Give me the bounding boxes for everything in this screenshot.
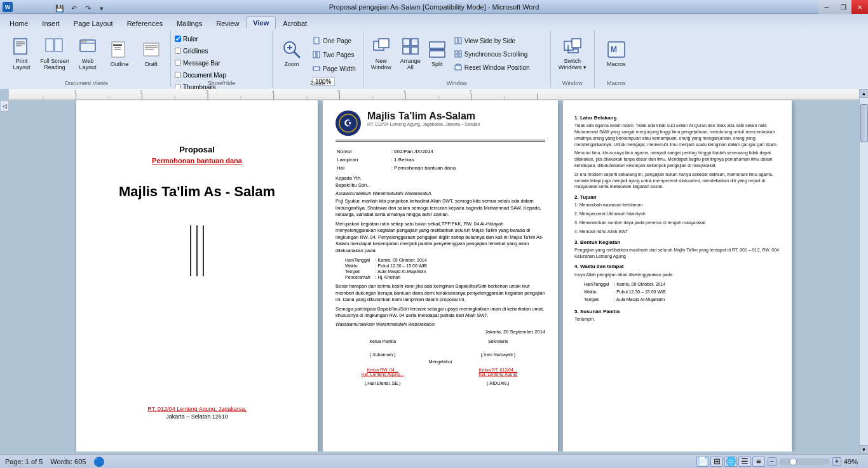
svg-text:5: 5	[337, 90, 340, 95]
ruler-inner: 1 2 3 4 5 6 7	[10, 89, 867, 100]
salam-close: Wassalamu'alaikum Warahmatullahi Wabarak…	[336, 322, 545, 326]
tab-page-layout[interactable]: Page Layout	[67, 17, 120, 29]
one-page-label: One Page	[323, 37, 351, 44]
letterhead-header: ☪ Majlis Ta'lim As-Salam RT. 012/04 Lent…	[336, 110, 545, 142]
close-button[interactable]: ✕	[851, 0, 868, 14]
group-zoom: Zoom One Page Two	[273, 30, 363, 88]
letter-page: ☪ Majlis Ta'lim As-Salam RT. 012/04 Lent…	[323, 100, 558, 451]
cover-page: Proposal Permohonan bantuan dana Majlis …	[76, 100, 318, 451]
lh-subtitle: RT. 012/04 Lenteng Agung, Jagakarsa, Jak…	[367, 122, 545, 126]
section4-title: Waktu dan tempat	[580, 264, 624, 269]
svg-rect-26	[313, 67, 320, 70]
switch-windows-label: SwitchWindows ▾	[559, 58, 587, 70]
zoom-increase-button[interactable]: +	[832, 457, 841, 466]
section5-text: Terlampiri.	[574, 316, 780, 323]
tab-references[interactable]: References	[120, 17, 170, 29]
macros-button[interactable]: M Macros	[599, 32, 634, 75]
status-fullscreen-btn[interactable]: ⊞	[710, 457, 723, 467]
section4-intro: Insya Allah pengajian akan diselenggarak…	[574, 272, 780, 278]
tab-acrobat[interactable]: Acrobat	[276, 17, 314, 29]
zoom-percentage: 49%	[844, 458, 863, 465]
scroll-down-button[interactable]: ▼	[860, 445, 869, 454]
synchronous-scrolling-button[interactable]: Synchronous Scrolling	[451, 48, 546, 60]
scroll-up-button[interactable]: ▲	[860, 89, 869, 98]
section1-num: 1.	[574, 115, 579, 121]
nomor-label: Nomor	[337, 148, 390, 155]
window-group-label: Window	[551, 80, 594, 86]
web-layout-button[interactable]: WebLayout	[72, 32, 103, 75]
qat-redo[interactable]: ↷	[81, 3, 94, 15]
view-side-by-side-icon	[454, 37, 462, 44]
ribbon: Home Insert Page Layout References Maili…	[0, 14, 868, 90]
arrange-all-button[interactable]: ArrangeAll	[397, 32, 424, 75]
draft-button[interactable]: Draft	[136, 32, 166, 75]
view-mode-buttons: 📄 ⊞ 🌐 ☰ ≡	[696, 457, 765, 467]
main-editing-area: ◁ 1 2 3 4 5 6 7	[0, 89, 868, 454]
print-layout-button[interactable]: PrintLayout	[6, 32, 37, 75]
tempat-row: Tempat : Aula Masjid Al-Mujahidin	[343, 269, 429, 274]
title-bar-left: W 💾 ↶ ↷ ▾	[3, 2, 13, 12]
gridlines-checkbox[interactable]	[175, 48, 181, 54]
two-pages-label: Two Pages	[323, 51, 354, 58]
kepada-label: Kepada Yth.	[336, 175, 362, 181]
gridlines-checkbox-item[interactable]: Gridlines	[175, 45, 268, 57]
new-window-button[interactable]: NewWindow	[367, 32, 395, 75]
document-map-checkbox[interactable]	[175, 72, 181, 78]
full-screen-reading-button[interactable]: Full ScreenReading	[38, 32, 71, 75]
tab-mailings[interactable]: Mailings	[170, 17, 209, 29]
content-page: 1. Latar Belakang Tidak ada agama selain…	[563, 100, 792, 451]
vertical-scrollbar: ▲ ▼	[859, 89, 868, 454]
status-outline-btn[interactable]: ☰	[738, 457, 751, 467]
qat-save[interactable]: 💾	[53, 3, 66, 15]
view-side-by-side-button[interactable]: View Side by Side	[451, 34, 546, 47]
two-pages-button[interactable]: Two Pages	[309, 48, 359, 61]
page-info: Page: 1 of 5	[5, 458, 43, 465]
minimize-button[interactable]: ─	[818, 0, 835, 14]
status-web-btn[interactable]: 🌐	[724, 457, 737, 467]
ruler-checkbox-item[interactable]: Ruler	[175, 33, 268, 44]
switch-windows-button[interactable]: SwitchWindows ▾	[555, 32, 590, 75]
ribbon-content: PrintLayout Full ScreenReading	[0, 29, 868, 89]
proposal-title: Proposal	[179, 145, 215, 154]
page-width-button[interactable]: Page Width	[309, 62, 359, 75]
document-map-checkbox-item[interactable]: Document Map	[175, 69, 268, 81]
zoom-slider[interactable]	[779, 458, 830, 465]
cover-city: Jakarta – Selatan 12610	[147, 413, 246, 420]
status-draft-btn[interactable]: ≡	[752, 457, 765, 467]
ruler-checkbox[interactable]	[175, 36, 181, 42]
zoom-slider-thumb[interactable]	[789, 458, 797, 465]
show-hide-label: Show/Hide	[171, 80, 272, 86]
zoom-label: Zoom	[284, 61, 299, 67]
message-bar-checkbox[interactable]	[175, 60, 181, 66]
tab-view[interactable]: View	[246, 17, 276, 29]
qat-dropdown[interactable]: ▾	[95, 3, 108, 15]
svg-text:4: 4	[272, 90, 275, 95]
draft-label: Draft	[145, 61, 158, 67]
window-controls: ─ ❐ ✕	[818, 0, 868, 14]
scrollbar-thumb[interactable]	[860, 104, 868, 142]
qat-undo[interactable]: ↶	[67, 3, 80, 15]
outline-button[interactable]: Outline	[104, 32, 135, 75]
ketua-rt-sign: Ketua RT. 012/04... Kel. Lenteng Agung (…	[451, 368, 546, 385]
section3-text: Pengajian yang melibatkan muslimah dari …	[574, 247, 780, 260]
svg-rect-23	[314, 37, 319, 44]
zoom-buttons: Zoom One Page Two	[276, 32, 359, 88]
switch-windows-buttons: SwitchWindows ▾	[555, 32, 590, 88]
status-print-layout-btn[interactable]: 📄	[696, 457, 709, 467]
penceramah-value: : Hj. Kholilah	[374, 275, 429, 279]
tab-home[interactable]: Home	[3, 17, 35, 29]
tab-review[interactable]: Review	[209, 17, 246, 29]
document-views-label: Document Views	[3, 80, 170, 86]
message-bar-checkbox-item[interactable]: Message Bar	[175, 57, 268, 69]
restore-button[interactable]: ❐	[835, 0, 851, 14]
svg-line-20	[294, 52, 299, 57]
zoom-button[interactable]: Zoom	[276, 32, 307, 75]
split-button[interactable]: Split	[426, 32, 449, 75]
title-bar: W 💾 ↶ ↷ ▾ Proposal pengajian As-Salam [C…	[0, 0, 868, 14]
one-page-button[interactable]: One Page	[309, 34, 359, 47]
window-label: Window	[363, 80, 550, 86]
reset-window-position-button[interactable]: Reset Window Position	[451, 61, 546, 74]
zoom-decrease-button[interactable]: −	[768, 457, 776, 466]
tab-insert[interactable]: Insert	[35, 17, 67, 29]
ketua-sign: Ketua Panitia (.Xubannah.)	[336, 339, 430, 357]
